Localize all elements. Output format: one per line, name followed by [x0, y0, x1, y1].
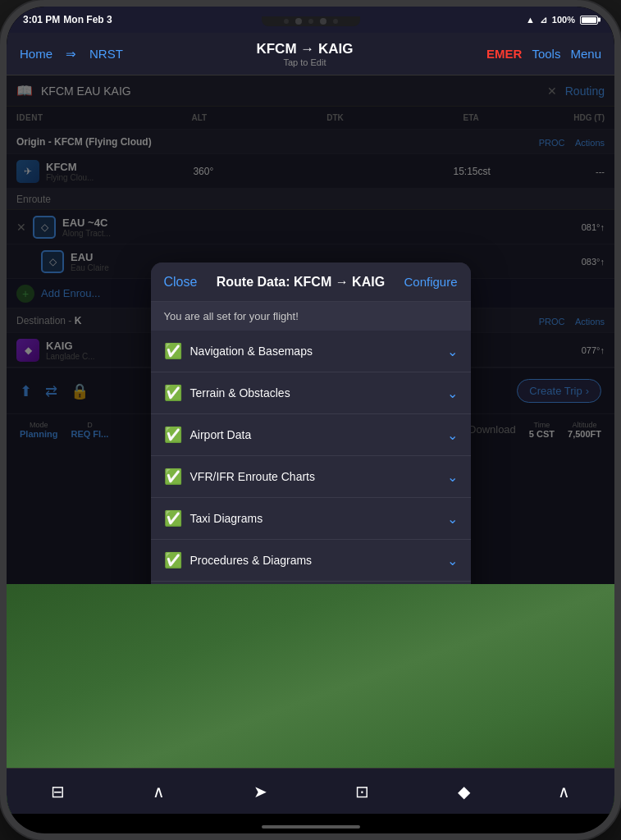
home-button[interactable]: Home — [20, 47, 53, 61]
battery-fill — [582, 17, 596, 23]
check-icon-airport: ✅ — [164, 426, 182, 444]
emer-button[interactable]: EMER — [486, 47, 522, 61]
modal-header: Close Route Data: KFCM → KAIG Configure — [151, 262, 471, 302]
nav-title: KFCM → KAIG — [256, 41, 353, 57]
location-button[interactable]: ➤ — [247, 775, 274, 808]
modal-configure-button[interactable]: Configure — [404, 275, 457, 289]
camera-notch — [262, 16, 360, 26]
modal-item-weather[interactable]: i Weather Data ⌄ — [151, 582, 471, 584]
map-area[interactable]: VLA KBMG KBAK KCVG KUNI STL KBLV KFOA KL… — [7, 584, 614, 814]
modal-label-taxi: Taxi Diagrams — [190, 512, 263, 525]
check-icon-navigation: ✅ — [164, 342, 182, 360]
chevron-airport: ⌄ — [447, 427, 458, 443]
modal-label-airport: Airport Data — [190, 428, 252, 441]
modal-item-procedures[interactable]: ✅ Procedures & Diagrams ⌄ — [151, 540, 471, 582]
nav-left: Home ⇒ NRST — [20, 47, 123, 62]
route-icon-button[interactable]: ⇒ — [66, 47, 76, 62]
modal-item-vfr[interactable]: ✅ VFR/IFR Enroute Charts ⌄ — [151, 456, 471, 498]
device-screen: 3:01 PM Mon Feb 3 ▲ ⊿ 100% Home ⇒ NRST K… — [7, 7, 614, 833]
status-right: ▲ ⊿ 100% — [526, 15, 598, 25]
battery-icon — [580, 16, 598, 25]
modal-label-terrain: Terrain & Obstacles — [190, 386, 290, 399]
camera-button[interactable]: ⊡ — [349, 775, 376, 808]
modal-item-terrain[interactable]: ✅ Terrain & Obstacles ⌄ — [151, 372, 471, 414]
chevron-procedures: ⌄ — [447, 553, 458, 568]
check-icon-terrain: ✅ — [164, 384, 182, 402]
tools-button[interactable]: Tools — [532, 47, 560, 61]
wifi-icon: ▲ — [526, 15, 535, 25]
route-bottom-button[interactable]: ∧ — [146, 775, 171, 808]
time-display: 3:01 PM — [23, 14, 60, 25]
modal-all-set: You are all set for your flight! — [151, 302, 471, 331]
date-display: Mon Feb 3 — [63, 14, 112, 25]
modal-item-left-vfr: ✅ VFR/IFR Enroute Charts — [164, 468, 316, 486]
status-left: 3:01 PM Mon Feb 3 — [23, 14, 112, 25]
nav-bottom: ⊟ ∧ ➤ ⊡ ◆ ∧ — [7, 768, 614, 814]
modal-item-left-terrain: ✅ Terrain & Obstacles — [164, 384, 290, 402]
chevron-terrain: ⌄ — [447, 386, 458, 401]
nav-right: EMER Tools Menu — [486, 47, 601, 61]
nav-center: KFCM → KAIG Tap to Edit — [256, 41, 353, 67]
battery-percent: 100% — [552, 15, 575, 25]
up-button[interactable]: ∧ — [551, 775, 577, 808]
check-icon-procedures: ✅ — [164, 551, 182, 569]
modal-close-button[interactable]: Close — [164, 275, 198, 290]
camera-center-dot — [295, 18, 302, 25]
modal-item-left-taxi: ✅ Taxi Diagrams — [164, 509, 263, 527]
layers-button[interactable]: ⊟ — [44, 775, 71, 808]
camera-dot — [284, 19, 289, 24]
menu-button[interactable]: Menu — [570, 47, 601, 61]
nrst-button[interactable]: NRST — [89, 47, 123, 61]
device-frame: 3:01 PM Mon Feb 3 ▲ ⊿ 100% Home ⇒ NRST K… — [0, 0, 621, 840]
check-icon-vfr: ✅ — [164, 468, 182, 486]
modal-item-taxi[interactable]: ✅ Taxi Diagrams ⌄ — [151, 498, 471, 540]
all-set-text: You are all set for your flight! — [164, 310, 299, 322]
modal-item-left-procedures: ✅ Procedures & Diagrams — [164, 551, 313, 569]
modal-panel: Close Route Data: KFCM → KAIG Configure … — [151, 262, 471, 584]
modal-label-vfr: VFR/IFR Enroute Charts — [190, 470, 316, 483]
route-panel: 📖 KFCM EAU KAIG ✕ Routing IDENT ALT DTK … — [7, 75, 614, 584]
modal-label-navigation: Navigation & Basemaps — [190, 345, 313, 358]
waypoint-button[interactable]: ◆ — [451, 775, 477, 808]
modal-item-left-airport: ✅ Airport Data — [164, 426, 252, 444]
chevron-taxi: ⌄ — [447, 511, 458, 527]
modal-label-procedures: Procedures & Diagrams — [190, 554, 313, 567]
modal-item-airport[interactable]: ✅ Airport Data ⌄ — [151, 414, 471, 456]
nav-subtitle: Tap to Edit — [256, 57, 353, 67]
camera-dot-4 — [333, 19, 338, 24]
chevron-navigation: ⌄ — [447, 344, 458, 359]
chevron-vfr: ⌄ — [447, 469, 458, 485]
modal-item-navigation[interactable]: ✅ Navigation & Basemaps ⌄ — [151, 331, 471, 372]
modal-item-left-navigation: ✅ Navigation & Basemaps — [164, 342, 313, 360]
camera-dot-2 — [308, 19, 313, 24]
home-indicator — [262, 825, 360, 829]
modal-title: Route Data: KFCM → KAIG — [217, 275, 385, 290]
camera-dot-3 — [320, 18, 326, 25]
signal-icon: ⊿ — [540, 15, 547, 25]
check-icon-taxi: ✅ — [164, 509, 182, 527]
top-nav: Home ⇒ NRST KFCM → KAIG Tap to Edit EMER… — [7, 33, 614, 75]
modal-overlay: Close Route Data: KFCM → KAIG Configure … — [7, 75, 614, 584]
